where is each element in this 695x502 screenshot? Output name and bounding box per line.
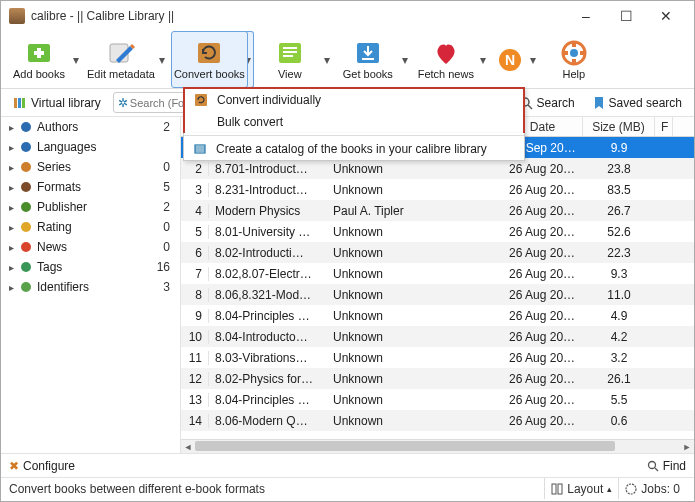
convert-books-label: Convert books	[174, 68, 245, 80]
horizontal-scrollbar[interactable]: ◄ ►	[181, 439, 694, 453]
bookmark-icon	[593, 96, 605, 110]
menu-separator	[184, 135, 524, 136]
view-icon	[274, 39, 306, 67]
help-label: Help	[563, 68, 586, 80]
sidebar-item-languages[interactable]: ▸Languages	[1, 137, 180, 157]
jobs-button[interactable]: Jobs: 0	[618, 478, 686, 499]
cell-title: Modern Physics	[209, 204, 327, 218]
identifier-icon	[19, 280, 33, 294]
virtual-library-button[interactable]: Virtual library	[7, 94, 107, 112]
svg-point-29	[21, 222, 31, 232]
view-label: View	[278, 68, 302, 80]
view-dropdown[interactable]: ▾	[322, 31, 332, 88]
sidebar-item-identifiers[interactable]: ▸Identifiers3	[1, 277, 180, 297]
cell-index: 7	[181, 267, 209, 281]
edit-metadata-button[interactable]: Edit metadata	[85, 31, 157, 88]
menu-create-catalog[interactable]: Create a catalog of the books in your ca…	[184, 138, 524, 160]
sidebar: ▸Authors2▸Languages▸Series0▸Formats5▸Pub…	[1, 117, 181, 453]
table-row[interactable]: 4Modern PhysicsPaul A. Tipler26 Aug 20…2…	[181, 200, 694, 221]
sidebar-item-news[interactable]: ▸News0	[1, 237, 180, 257]
scroll-left-arrow[interactable]: ◄	[181, 440, 195, 454]
table-row[interactable]: 58.01-University …Unknown26 Aug 20…52.6	[181, 221, 694, 242]
cell-size: 22.3	[583, 246, 655, 260]
table-row[interactable]: 78.02,8.07-Electr…Unknown26 Aug 20…9.3	[181, 263, 694, 284]
table-row[interactable]: 148.06-Modern Q…Unknown26 Aug 20…0.6	[181, 410, 694, 431]
table-row[interactable]: 88.06,8.321-Mod…Unknown26 Aug 20…11.0	[181, 284, 694, 305]
sidebar-item-authors[interactable]: ▸Authors2	[1, 117, 180, 137]
close-button[interactable]: ✕	[646, 2, 686, 30]
sidebar-item-label: Series	[37, 160, 159, 174]
scroll-thumb[interactable]	[195, 441, 615, 451]
cell-title: 8.03-Vibrations…	[209, 351, 327, 365]
sidebar-item-series[interactable]: ▸Series0	[1, 157, 180, 177]
cell-size: 4.2	[583, 330, 655, 344]
cell-author: Unknown	[327, 351, 503, 365]
cell-date: 26 Aug 20…	[503, 288, 583, 302]
svg-point-14	[570, 49, 578, 57]
get-books-dropdown[interactable]: ▾	[400, 31, 410, 88]
saved-search-button[interactable]: Saved search	[587, 94, 688, 112]
scroll-right-arrow[interactable]: ►	[680, 440, 694, 454]
table-row[interactable]: 118.03-Vibrations…Unknown26 Aug 20…3.2	[181, 347, 694, 368]
cell-size: 11.0	[583, 288, 655, 302]
cell-index: 3	[181, 183, 209, 197]
table-row[interactable]: 38.231-Introduct…Unknown26 Aug 20…83.5	[181, 179, 694, 200]
fetch-news-icon	[430, 39, 462, 67]
svg-point-26	[21, 162, 31, 172]
svg-rect-40	[552, 484, 556, 494]
edit-metadata-dropdown[interactable]: ▾	[157, 31, 167, 88]
series-icon	[19, 160, 33, 174]
help-button[interactable]: Help	[542, 31, 606, 88]
find-label: Find	[663, 459, 686, 473]
svg-line-39	[655, 468, 658, 471]
convert-books-button[interactable]: Convert books	[171, 31, 248, 88]
cell-date: 26 Aug 20…	[503, 204, 583, 218]
help-icon	[558, 39, 590, 67]
cell-index: 5	[181, 225, 209, 239]
table-row[interactable]: 128.02-Physics for…Unknown26 Aug 20…26.1	[181, 368, 694, 389]
svg-rect-17	[562, 51, 568, 55]
cell-author: Unknown	[327, 393, 503, 407]
view-button[interactable]: View	[258, 31, 322, 88]
table-row[interactable]: 68.02-Introducti…Unknown26 Aug 20…22.3	[181, 242, 694, 263]
cell-size: 0.6	[583, 414, 655, 428]
sidebar-item-formats[interactable]: ▸Formats5	[1, 177, 180, 197]
table-row[interactable]: 108.04-Introducto…Unknown26 Aug 20…4.2	[181, 326, 694, 347]
sidebar-item-count: 3	[163, 280, 174, 294]
minimize-button[interactable]: –	[566, 2, 606, 30]
svg-point-38	[648, 461, 655, 468]
menu-bulk-convert[interactable]: Bulk convert	[185, 111, 523, 133]
news-badge-dropdown[interactable]: ▾	[528, 31, 538, 88]
menu-convert-individually[interactable]: Convert individually	[185, 89, 523, 111]
news-icon	[19, 240, 33, 254]
configure-button[interactable]: ✖ Configure	[9, 459, 75, 473]
add-books-dropdown[interactable]: ▾	[71, 31, 81, 88]
col-last[interactable]: F	[655, 117, 673, 136]
convert-books-menu-tail: Create a catalog of the books in your ca…	[183, 133, 525, 161]
expand-arrow-icon: ▸	[7, 202, 15, 213]
cell-index: 11	[181, 351, 209, 365]
fetch-news-dropdown[interactable]: ▾	[478, 31, 488, 88]
fetch-news-button[interactable]: Fetch news	[414, 31, 478, 88]
find-icon	[647, 460, 659, 472]
add-books-button[interactable]: Add books	[7, 31, 71, 88]
cell-date: 26 Aug 20…	[503, 330, 583, 344]
cell-date: 26 Aug 20…	[503, 183, 583, 197]
layout-button[interactable]: Layout ▴	[544, 478, 618, 499]
sidebar-item-publisher[interactable]: ▸Publisher2	[1, 197, 180, 217]
news-badge-button[interactable]: N	[492, 31, 528, 88]
expand-arrow-icon: ▸	[7, 142, 15, 153]
cell-date: 26 Aug 20…	[503, 393, 583, 407]
table-row[interactable]: 98.04-Principles …Unknown26 Aug 20…4.9	[181, 305, 694, 326]
saved-search-label: Saved search	[609, 96, 682, 110]
sidebar-item-tags[interactable]: ▸Tags16	[1, 257, 180, 277]
col-size[interactable]: Size (MB)	[583, 117, 655, 136]
get-books-button[interactable]: Get books	[336, 31, 400, 88]
cell-title: 8.02-Physics for…	[209, 372, 327, 386]
find-button[interactable]: Find	[647, 459, 686, 473]
svg-point-30	[21, 242, 31, 252]
table-row[interactable]: 138.04-Principles …Unknown26 Aug 20…5.5	[181, 389, 694, 410]
sidebar-item-rating[interactable]: ▸Rating0	[1, 217, 180, 237]
table-row[interactable]: 28.701-Introduct…Unknown26 Aug 20…23.8	[181, 158, 694, 179]
maximize-button[interactable]: ☐	[606, 2, 646, 30]
